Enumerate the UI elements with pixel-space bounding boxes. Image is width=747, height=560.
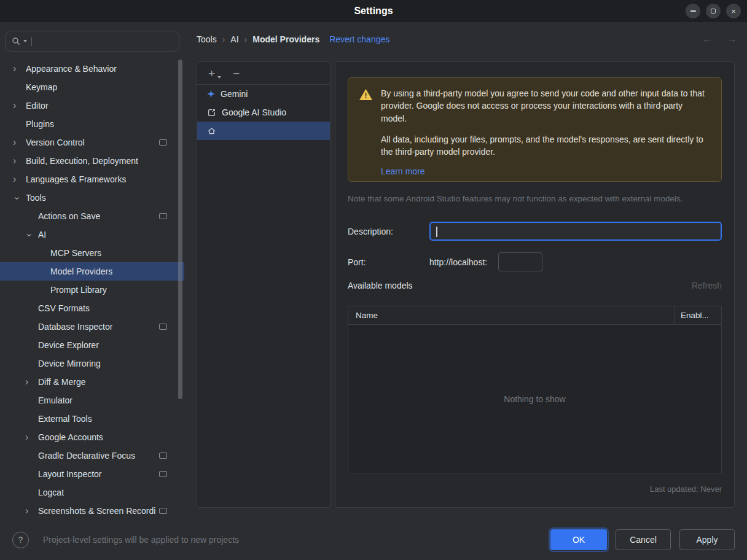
provider-item-google-ai-studio[interactable]: Google AI Studio <box>197 103 330 122</box>
sidebar-item-label: Appearance & Behavior <box>26 64 117 74</box>
sidebar-item-model-providers[interactable]: Model Providers <box>0 262 184 281</box>
screen-settings-icon <box>159 471 167 477</box>
maximize-button[interactable] <box>706 4 721 18</box>
port-host-prefix: http://localhost: <box>429 257 487 267</box>
breadcrumb-separator-icon: › <box>244 34 248 44</box>
sidebar-item-label: Actions on Save <box>38 211 100 221</box>
sidebar-item-label: Languages & Frameworks <box>26 174 126 184</box>
sidebar-item-plugins[interactable]: Plugins <box>0 115 184 133</box>
sidebar-item-label: Gradle Declarative Focus <box>38 451 135 461</box>
sidebar-item-emulator[interactable]: Emulator <box>0 391 184 410</box>
chevron-right-icon[interactable]: › <box>9 174 26 184</box>
chevron-right-icon[interactable]: › <box>9 64 26 74</box>
chevron-right-icon[interactable]: › <box>9 101 26 111</box>
chevron-right-icon[interactable]: › <box>9 138 26 147</box>
models-table-header: Name Enabl... <box>348 306 721 325</box>
chevron-right-icon[interactable]: › <box>21 506 38 516</box>
sidebar-item-label: Logcat <box>38 488 64 497</box>
warning-exclaim: ! <box>359 92 372 100</box>
description-label: Description: <box>348 227 429 236</box>
apply-button[interactable]: Apply <box>679 529 735 550</box>
sidebar-item-external-tools[interactable]: External Tools <box>0 410 184 428</box>
window-title: Settings <box>354 6 393 17</box>
sidebar-item-device-mirroring[interactable]: Device Mirroring <box>0 354 184 373</box>
chevron-right-icon[interactable]: › <box>9 156 26 166</box>
sidebar-item-screenshots-screen-recording[interactable]: ›Screenshots & Screen Recordi <box>0 502 184 519</box>
sidebar-item-label: Prompt Library <box>50 285 107 295</box>
chevron-right-icon[interactable]: › <box>21 432 38 442</box>
settings-dialog: Settings × ›Appearance & Behavior Keymap… <box>0 0 747 560</box>
search-options-chevron-icon[interactable] <box>23 40 27 42</box>
sidebar-item-editor[interactable]: ›Editor <box>0 96 184 115</box>
provider-item-gemini[interactable]: Gemini <box>197 85 330 103</box>
learn-more-link[interactable]: Learn more <box>381 165 425 177</box>
provider-name: Google AI Studio <box>222 107 286 117</box>
sidebar-item-logcat[interactable]: Logcat <box>0 483 184 502</box>
warning-text: By using a third-party model you agree t… <box>381 87 710 172</box>
breadcrumb-tools[interactable]: Tools <box>197 34 217 44</box>
warning-icon: ! <box>359 89 372 100</box>
sidebar-item-ai[interactable]: ›AI <box>0 225 184 244</box>
sidebar-item-label: Tools <box>26 193 46 203</box>
sidebar-item-mcp-servers[interactable]: MCP Servers <box>0 244 184 262</box>
models-table-empty-state: Nothing to show <box>348 325 721 473</box>
sidebar-scrollbar[interactable] <box>178 60 182 399</box>
column-header-enabled: Enabl... <box>674 306 721 324</box>
sidebar-item-diff-merge[interactable]: ›Diff & Merge <box>0 373 184 391</box>
sidebar-item-google-accounts[interactable]: ›Google Accounts <box>0 428 184 446</box>
search-icon <box>12 37 20 45</box>
project-level-hint: Project-level settings will be applied t… <box>43 535 542 545</box>
refresh-link[interactable]: Refresh <box>692 281 722 290</box>
warning-paragraph-2: All data, including your files, prompts,… <box>381 133 710 158</box>
settings-search-box[interactable] <box>5 31 179 52</box>
third-party-warning-banner: ! By using a third-party model you agree… <box>348 77 722 182</box>
title-bar: Settings × <box>0 0 747 22</box>
sidebar-item-label: Keymap <box>26 82 57 92</box>
sidebar-item-label: Editor <box>26 101 49 111</box>
sidebar-item-label: CSV Formats <box>38 303 90 313</box>
sidebar-item-device-explorer[interactable]: Device Explorer <box>0 336 184 354</box>
sidebar-item-build-execution-deployment[interactable]: ›Build, Execution, Deployment <box>0 152 184 170</box>
breadcrumb-bar: Tools › AI › Model Providers Revert chan… <box>197 22 747 56</box>
description-input[interactable] <box>429 222 722 241</box>
window-controls: × <box>686 4 741 18</box>
sidebar-item-label: Screenshots & Screen Recordi <box>38 506 155 516</box>
chevron-down-icon[interactable]: › <box>12 190 22 207</box>
sidebar-item-version-control[interactable]: ›Version Control <box>0 133 184 152</box>
cancel-button[interactable]: Cancel <box>616 529 671 550</box>
sidebar-item-languages-frameworks[interactable]: ›Languages & Frameworks <box>0 170 184 189</box>
add-provider-button[interactable]: + <box>206 66 217 80</box>
sidebar-item-label: Device Explorer <box>38 340 99 350</box>
sidebar-item-gradle-declarative-focus[interactable]: Gradle Declarative Focus <box>0 446 184 465</box>
minus-icon: − <box>233 67 240 80</box>
models-table: Name Enabl... Nothing to show <box>348 306 722 473</box>
sidebar-item-label: Plugins <box>26 119 54 129</box>
settings-sidebar: ›Appearance & Behavior Keymap ›Editor Pl… <box>0 22 184 519</box>
close-button[interactable]: × <box>726 4 741 18</box>
help-button[interactable]: ? <box>12 532 29 548</box>
sidebar-item-appearance-behavior[interactable]: ›Appearance & Behavior <box>0 60 184 78</box>
sidebar-item-label: Google Accounts <box>38 432 103 442</box>
sidebar-item-keymap[interactable]: Keymap <box>0 78 184 96</box>
search-input[interactable] <box>35 36 173 47</box>
ok-button[interactable]: OK <box>550 529 607 550</box>
back-arrow-icon[interactable]: ← <box>702 33 713 45</box>
chevron-down-icon[interactable]: › <box>25 227 34 244</box>
revert-changes-link[interactable]: Revert changes <box>329 34 389 44</box>
port-input[interactable] <box>498 252 542 271</box>
sidebar-item-prompt-library[interactable]: Prompt Library <box>0 281 184 299</box>
sidebar-item-database-inspector[interactable]: Database Inspector <box>0 317 184 336</box>
sidebar-item-tools[interactable]: ›Tools <box>0 189 184 207</box>
remove-provider-button[interactable]: − <box>230 66 242 80</box>
provider-list-panel: + − Gemini Google AI Studio <box>197 61 330 508</box>
sidebar-item-actions-on-save[interactable]: Actions on Save <box>0 207 184 225</box>
provider-item-new[interactable] <box>197 122 330 140</box>
screen-settings-icon <box>159 508 167 514</box>
column-header-name: Name <box>348 306 674 324</box>
breadcrumb-ai[interactable]: AI <box>230 34 238 44</box>
sidebar-item-layout-inspector[interactable]: Layout Inspector <box>0 465 184 483</box>
forward-arrow-icon[interactable]: → <box>727 33 737 45</box>
minimize-button[interactable] <box>686 4 700 18</box>
sidebar-item-csv-formats[interactable]: CSV Formats <box>0 299 184 317</box>
chevron-right-icon[interactable]: › <box>21 377 38 387</box>
